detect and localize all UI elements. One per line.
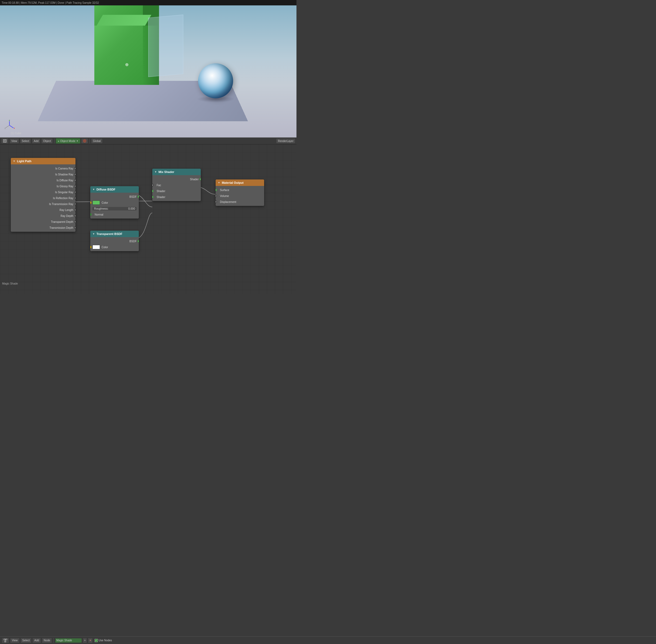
lp-camera-ray-socket — [74, 167, 75, 170]
mode-select[interactable]: ● Object Mode ▼ — [56, 138, 80, 144]
lp-glossy-ray: Is Glossy Ray — [11, 183, 75, 189]
mat-displacement-socket — [216, 201, 217, 203]
sep2 — [89, 138, 90, 143]
diffuse-color-socket — [90, 201, 92, 204]
lp-singular-ray-socket — [74, 191, 75, 193]
mix-shader2-row: Shader — [152, 194, 201, 200]
lp-transmission-depth: Transmission Depth — [11, 225, 75, 231]
diffuse-normal-socket — [90, 213, 92, 216]
lp-camera-ray: Is Camera Ray — [11, 165, 75, 171]
render-viewport: ⊕ x z y (1) Cube — [0, 5, 296, 137]
lp-reflection-ray-socket — [74, 197, 75, 200]
diffuse-bsdf-socket — [137, 196, 139, 198]
glass-panel — [148, 15, 183, 77]
transparent-bsdf-header: ▼ Transparent BSDF — [90, 231, 139, 237]
diffuse-color-row: Color — [90, 200, 139, 206]
mat-volume-row: Volume — [216, 193, 264, 199]
status-text: Time:00:18.88 | Mem:79.52M, Peak:117.03M… — [2, 1, 99, 4]
lp-transmission-ray: Is Transmission Ray — [11, 201, 75, 207]
diffuse-bsdf-output: BSDF — [90, 194, 139, 200]
mix-shader-output-socket — [200, 178, 201, 181]
viewport-icon[interactable] — [1, 138, 8, 144]
mat-volume-socket — [216, 194, 217, 197]
sep1 — [54, 138, 54, 143]
mix-shader1-socket — [152, 190, 154, 192]
diffuse-roughness-row: Roughness: 0.000 — [90, 206, 139, 211]
node-light-path[interactable]: ▼ Light Path Is Camera Ray Is Shadow Ray… — [11, 158, 75, 232]
svg-line-2 — [5, 125, 9, 128]
material-output-body: Surface Volume Displacement — [216, 186, 264, 206]
svg-line-0 — [9, 125, 14, 128]
mix-shader2-socket — [152, 196, 154, 198]
mat-surface-socket — [216, 189, 217, 191]
node-transparent-bsdf[interactable]: ▼ Transparent BSDF BSDF Color — [90, 231, 139, 251]
transparent-bsdf-socket — [137, 240, 139, 243]
add-menu[interactable]: Add — [32, 138, 40, 144]
lp-diffuse-ray-socket — [74, 179, 75, 182]
transparent-color-socket — [90, 246, 92, 249]
svg-text:z: z — [9, 120, 10, 121]
render-layer[interactable]: RenderLayer — [276, 138, 295, 144]
light-path-header: ▼ Light Path — [11, 158, 75, 164]
svg-text:x: x — [14, 127, 15, 129]
status-bar: Time:00:18.88 | Mem:79.52M, Peak:117.03M… — [0, 0, 296, 5]
sphere — [198, 63, 233, 98]
lp-ray-length: Ray Length — [11, 207, 75, 213]
diffuse-color-swatch[interactable] — [92, 201, 100, 205]
lp-shadow-ray: Is Shadow Ray — [11, 171, 75, 177]
node-mix-shader[interactable]: ▼ Mix Shader Shader Fac Shader Shader — [152, 169, 201, 201]
mix-shader-output: Shader — [152, 176, 201, 182]
node-material-output[interactable]: ▼ Material Output Surface Volume Displac… — [216, 180, 264, 206]
transparent-bsdf-body: BSDF Color — [90, 237, 139, 251]
node-editor: ▼ Light Path Is Camera Ray Is Shadow Ray… — [0, 144, 296, 294]
axis-indicator: x z y — [4, 120, 15, 131]
svg-point-7 — [4, 140, 5, 141]
transparent-color-swatch[interactable] — [92, 245, 100, 249]
diffuse-bsdf-body: BSDF Color Roughness: 0.000 Normal — [90, 193, 139, 218]
select-menu[interactable]: Select — [20, 138, 31, 144]
transparent-bsdf-output: BSDF — [90, 238, 139, 244]
crosshair: ⊕ — [124, 62, 129, 67]
lp-shadow-ray-socket — [74, 173, 75, 176]
node-diffuse-bsdf[interactable]: ▼ Diffuse BSDF BSDF Color Roughness: 0.0… — [90, 186, 139, 218]
green-cube-main — [94, 26, 143, 85]
viewport-toolbar: View Select Add Object ● Object Mode ▼ G… — [0, 137, 296, 144]
lp-transparent-depth-socket — [74, 221, 75, 223]
lp-reflection-ray: Is Reflection Ray — [11, 195, 75, 201]
mix-shader-header: ▼ Mix Shader — [152, 169, 201, 175]
mat-surface-row: Surface — [216, 187, 264, 193]
lp-diffuse-ray: Is Diffuse Ray — [11, 177, 75, 183]
view-menu[interactable]: View — [9, 138, 19, 144]
lp-ray-depth: Ray Depth — [11, 213, 75, 219]
render-btn[interactable] — [81, 138, 88, 144]
object-menu[interactable]: Object — [41, 138, 53, 144]
mix-shader1-row: Shader — [152, 188, 201, 194]
lp-transmission-ray-socket — [74, 203, 75, 205]
light-path-body: Is Camera Ray Is Shadow Ray Is Diffuse R… — [11, 164, 75, 232]
lp-singular-ray: Is Singular Ray — [11, 189, 75, 195]
mix-fac-row: Fac — [152, 182, 201, 188]
lp-ray-length-socket — [74, 209, 75, 211]
lp-ray-depth-socket — [74, 214, 75, 217]
node-editor-label: Magic Shade — [2, 282, 18, 285]
transparent-color-row: Color — [90, 244, 139, 250]
svg-text:y: y — [5, 127, 6, 129]
diffuse-bsdf-header: ▼ Diffuse BSDF — [90, 186, 139, 193]
mat-displacement-row: Displacement — [216, 199, 264, 205]
lp-transparent-depth: Transparent Depth — [11, 219, 75, 225]
svg-point-9 — [84, 140, 85, 141]
mix-shader-body: Shader Fac Shader Shader — [152, 175, 201, 201]
mix-fac-socket — [152, 184, 154, 186]
lp-transmission-depth-socket — [74, 226, 75, 229]
diffuse-normal-row: Normal — [90, 211, 139, 217]
lp-glossy-ray-socket — [74, 185, 75, 187]
cube-label: (1) Cube — [11, 132, 21, 135]
material-output-header: ▼ Material Output — [216, 180, 264, 186]
global-select[interactable]: Global — [91, 138, 103, 144]
